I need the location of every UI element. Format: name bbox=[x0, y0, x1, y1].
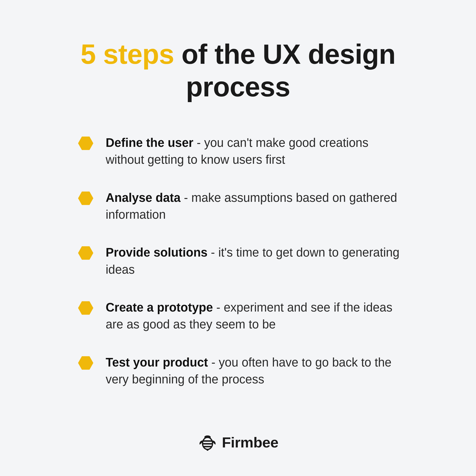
list-item: Create a prototype - experiment and see … bbox=[78, 299, 409, 333]
svg-marker-3 bbox=[78, 301, 93, 315]
step-text: Provide solutions - it's time to get dow… bbox=[106, 244, 409, 278]
step-bold: Define the user bbox=[106, 136, 193, 150]
page-title: 5 steps of the UX design process bbox=[43, 38, 433, 103]
title-rest: of the UX design process bbox=[174, 39, 395, 102]
svg-marker-2 bbox=[78, 246, 93, 260]
title-accent: 5 steps bbox=[81, 39, 174, 70]
svg-marker-0 bbox=[78, 136, 93, 150]
steps-list: Define the user - you can't make good cr… bbox=[67, 134, 409, 388]
svg-marker-1 bbox=[78, 191, 93, 205]
list-item: Provide solutions - it's time to get dow… bbox=[78, 244, 409, 278]
step-bold: Provide solutions bbox=[106, 246, 207, 259]
hexagon-bullet-icon bbox=[78, 245, 93, 261]
list-item: Define the user - you can't make good cr… bbox=[78, 134, 409, 168]
list-item: Test your product - you often have to go… bbox=[78, 354, 409, 388]
hexagon-bullet-icon bbox=[78, 355, 93, 371]
brand-footer: Firmbee bbox=[198, 399, 278, 452]
step-bold: Test your product bbox=[106, 356, 208, 369]
brand-name: Firmbee bbox=[222, 434, 278, 451]
step-text: Analyse data - make assumptions based on… bbox=[106, 189, 409, 223]
hexagon-bullet-icon bbox=[78, 191, 93, 206]
firmbee-logo-icon bbox=[198, 432, 218, 452]
svg-marker-4 bbox=[78, 356, 93, 370]
step-text: Test your product - you often have to go… bbox=[106, 354, 409, 388]
hexagon-bullet-icon bbox=[78, 300, 93, 316]
hexagon-bullet-icon bbox=[78, 136, 93, 151]
step-text: Define the user - you can't make good cr… bbox=[106, 134, 409, 168]
list-item: Analyse data - make assumptions based on… bbox=[78, 189, 409, 223]
step-text: Create a prototype - experiment and see … bbox=[106, 299, 409, 333]
step-bold: Create a prototype bbox=[106, 301, 213, 314]
step-bold: Analyse data bbox=[106, 191, 181, 204]
